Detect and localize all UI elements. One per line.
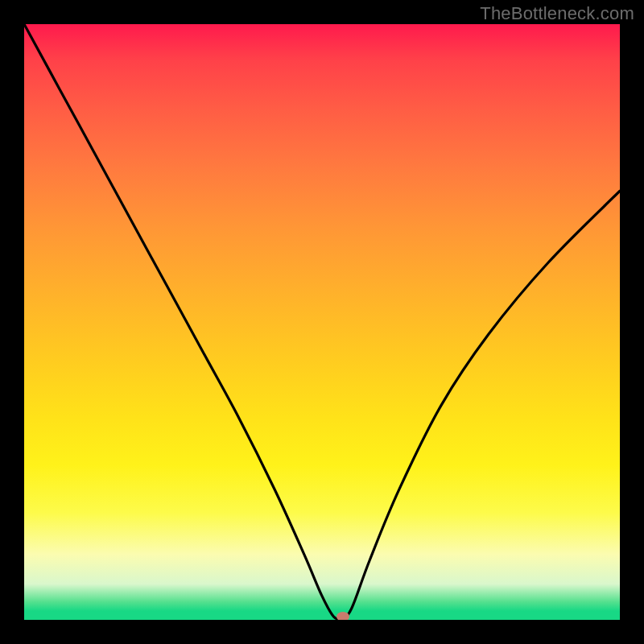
bottleneck-curve-line (24, 24, 620, 619)
chart-frame: TheBottleneck.com (0, 0, 644, 644)
chart-svg (24, 24, 620, 620)
watermark-text: TheBottleneck.com (480, 3, 634, 24)
chart-plot-area (24, 24, 620, 620)
optimal-point-marker (336, 612, 349, 620)
